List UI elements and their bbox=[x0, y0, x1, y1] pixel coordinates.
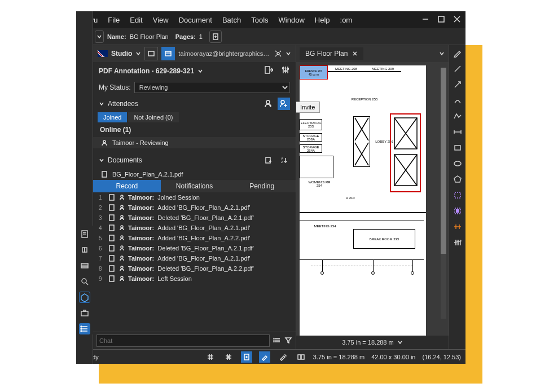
sessions-button[interactable] bbox=[161, 47, 175, 60]
invite-tooltip: Invite bbox=[296, 102, 320, 113]
new-page-button[interactable] bbox=[209, 30, 222, 43]
snap-grid-icon[interactable] bbox=[223, 351, 234, 363]
menu-tools[interactable]: Tools bbox=[251, 16, 268, 24]
sort-icon[interactable]: AZ bbox=[278, 154, 290, 166]
menu-revu[interactable]: Revu bbox=[81, 16, 98, 24]
record-row[interactable]: 7 Taimoor: Added 'BG_Floor_Plan_A.2.1.pd… bbox=[93, 253, 296, 263]
invite-attendee-icon[interactable] bbox=[278, 98, 290, 110]
reuse-icon[interactable] bbox=[277, 351, 288, 363]
follow-attendee-icon[interactable] bbox=[262, 98, 274, 110]
filter-icon[interactable] bbox=[284, 336, 292, 346]
projects-button[interactable] bbox=[144, 47, 158, 60]
bookmark-icon[interactable] bbox=[79, 80, 90, 91]
menu-document[interactable]: Document bbox=[179, 16, 212, 24]
arrow-tool-icon[interactable] bbox=[453, 80, 463, 90]
line-tool-icon[interactable] bbox=[453, 64, 463, 74]
snap-markup-icon[interactable] bbox=[259, 351, 270, 363]
links-icon[interactable] bbox=[79, 244, 90, 256]
pending-tab[interactable]: Pending bbox=[228, 180, 296, 192]
sync-icon[interactable] bbox=[295, 351, 306, 363]
chat-input[interactable] bbox=[96, 334, 270, 347]
record-row[interactable]: 1 Taimoor: Joined Session bbox=[93, 192, 296, 202]
studio-icon[interactable] bbox=[79, 292, 90, 303]
add-document-icon[interactable] bbox=[262, 154, 274, 166]
layers-icon[interactable] bbox=[79, 95, 90, 107]
svg-rect-23 bbox=[148, 51, 154, 56]
chevron-down-icon[interactable] bbox=[135, 51, 141, 56]
not-joined-tab[interactable]: Not Joined (0) bbox=[128, 112, 178, 122]
joined-tab[interactable]: Joined bbox=[98, 112, 127, 122]
scrollbar-vertical[interactable] bbox=[441, 68, 446, 319]
close-tab-icon[interactable] bbox=[352, 51, 358, 56]
svg-rect-53 bbox=[109, 225, 114, 231]
polyline-tool-icon[interactable] bbox=[453, 111, 463, 121]
chevron-down-icon[interactable] bbox=[99, 101, 104, 107]
chevron-down-icon[interactable] bbox=[286, 51, 291, 56]
connection-icon[interactable] bbox=[274, 50, 282, 58]
ruler-icon[interactable] bbox=[79, 174, 90, 186]
record-row[interactable]: 6 Taimoor: Deleted 'BG_Floor_Plan_A.2.1.… bbox=[93, 243, 296, 253]
record-tab[interactable]: Record bbox=[93, 180, 161, 192]
leave-session-icon[interactable] bbox=[264, 65, 273, 76]
attendees-label: Attendees bbox=[108, 100, 138, 108]
status-select[interactable]: Reviewing bbox=[134, 82, 290, 93]
chevron-down-icon[interactable] bbox=[99, 157, 104, 163]
menu-batch[interactable]: Batch bbox=[222, 16, 241, 24]
dropdown-button[interactable] bbox=[95, 30, 104, 43]
attendee-row[interactable]: Taimoor - Reviewing bbox=[93, 137, 296, 148]
markups-list-icon[interactable] bbox=[79, 323, 90, 334]
form-icon[interactable] bbox=[79, 228, 90, 240]
notifications-tab[interactable]: Notifications bbox=[161, 180, 229, 192]
minimize-icon[interactable] bbox=[421, 15, 429, 25]
record-row[interactable]: 5 Taimoor: Added 'BG_Floor_Plan_A.2.2.pd… bbox=[93, 233, 296, 243]
settings-sliders-icon[interactable] bbox=[281, 65, 290, 76]
rectangle-tool-icon[interactable] bbox=[453, 143, 463, 153]
maximize-icon[interactable] bbox=[437, 15, 445, 25]
crop-tool-icon[interactable] bbox=[453, 190, 463, 200]
spaces-icon[interactable] bbox=[79, 127, 90, 138]
pen-tool-icon[interactable] bbox=[453, 48, 463, 58]
file-menu-button[interactable] bbox=[79, 30, 91, 43]
align-tool-icon[interactable] bbox=[453, 222, 463, 232]
polygon-tool-icon[interactable] bbox=[453, 174, 463, 184]
menu-help[interactable]: Help bbox=[315, 16, 330, 24]
record-row[interactable]: 9 Taimoor: Left Session bbox=[93, 274, 296, 284]
count-tool-icon[interactable] bbox=[453, 237, 463, 248]
grid-icon[interactable] bbox=[79, 64, 90, 75]
ellipse-tool-icon[interactable] bbox=[453, 158, 463, 169]
signature-icon[interactable] bbox=[79, 158, 90, 170]
svg-line-112 bbox=[86, 283, 88, 285]
location-icon[interactable] bbox=[79, 111, 90, 122]
record-user: Taimoor: bbox=[128, 255, 154, 262]
menu-window[interactable]: Window bbox=[279, 16, 305, 24]
file-icon bbox=[108, 204, 116, 211]
record-row[interactable]: 2 Taimoor: Added 'BG_Floor_Plan_A.2.1.pd… bbox=[93, 202, 296, 213]
record-row[interactable]: 4 Taimoor: Added 'BG_Floor_Plan_A.2.1.pd… bbox=[93, 223, 296, 233]
record-row[interactable]: 3 Taimoor: Deleted 'BG_Floor_Plan_A.2.1.… bbox=[93, 213, 296, 223]
record-row[interactable]: 8 Taimoor: Deleted 'BG_Floor_Plan_A.2.2.… bbox=[93, 263, 296, 274]
gear-icon[interactable] bbox=[79, 143, 90, 154]
menu-edit[interactable]: Edit bbox=[130, 16, 142, 24]
arc-tool-icon[interactable] bbox=[453, 95, 463, 105]
grid-toggle-icon[interactable] bbox=[205, 351, 216, 363]
close-icon[interactable] bbox=[453, 15, 461, 25]
region-tool-icon[interactable] bbox=[453, 206, 463, 216]
svg-point-60 bbox=[121, 256, 123, 258]
document-row[interactable]: BG_Floor_Plan_A.2.1.pdf bbox=[93, 169, 296, 180]
floor-plan-viewer[interactable]: Invite ERENCE 20745 cu m MEETING 208 MEE… bbox=[296, 62, 449, 336]
toolchest-icon[interactable] bbox=[79, 307, 90, 319]
menu-file[interactable]: File bbox=[108, 16, 120, 24]
chevron-down-icon[interactable] bbox=[438, 50, 445, 57]
thumbnails-icon[interactable] bbox=[79, 48, 90, 59]
snap-content-icon[interactable] bbox=[241, 351, 252, 363]
doc-tab[interactable]: BG Floor Plan bbox=[300, 47, 363, 60]
svg-rect-1 bbox=[438, 16, 444, 22]
person-icon bbox=[119, 225, 125, 231]
sets-icon[interactable] bbox=[79, 260, 90, 271]
search-icon[interactable] bbox=[79, 276, 90, 287]
chevron-down-icon[interactable] bbox=[397, 340, 403, 345]
dimension-tool-icon[interactable] bbox=[453, 127, 463, 137]
chevron-down-icon[interactable] bbox=[197, 68, 203, 74]
menu-view[interactable]: View bbox=[153, 16, 169, 24]
list-view-icon[interactable] bbox=[273, 336, 281, 346]
